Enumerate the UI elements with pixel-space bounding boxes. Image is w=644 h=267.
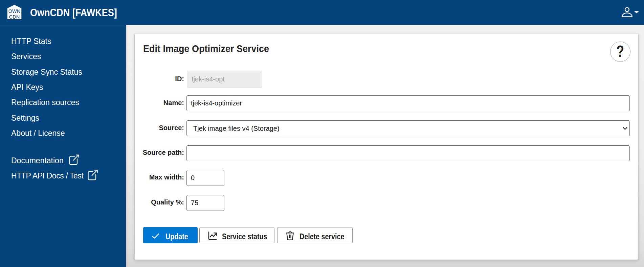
svg-text:CDN: CDN [9, 14, 20, 20]
svg-text:OWN: OWN [8, 8, 20, 14]
